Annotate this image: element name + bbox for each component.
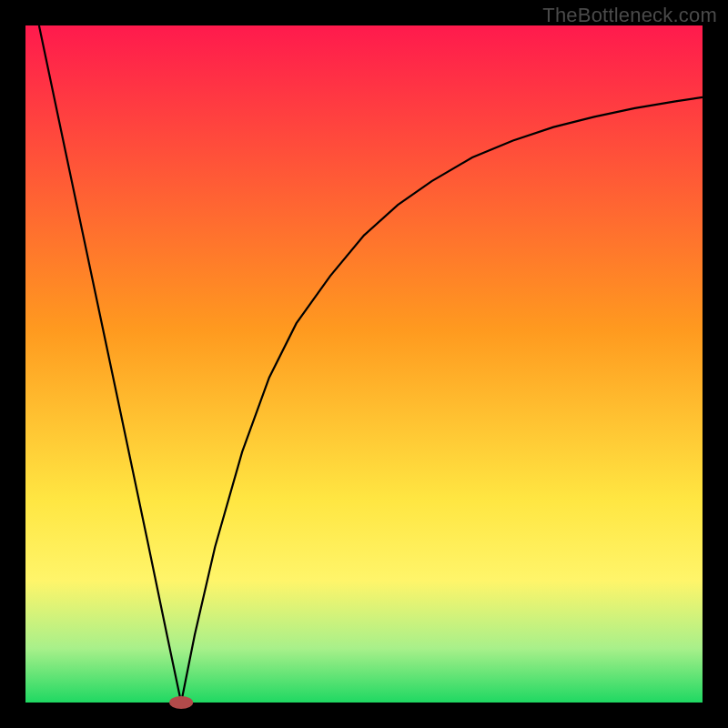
bottleneck-chart (0, 0, 728, 728)
watermark-text: TheBottleneck.com (542, 4, 717, 27)
optimal-indicator (169, 696, 193, 709)
plot-area (25, 25, 703, 703)
